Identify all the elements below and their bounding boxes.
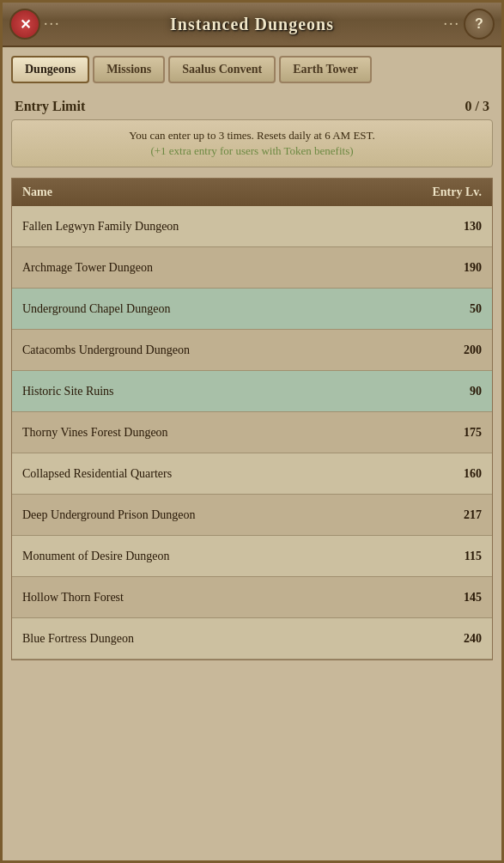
tab-missions[interactable]: Missions xyxy=(93,56,165,83)
close-button[interactable]: ✕ xyxy=(9,9,40,40)
table-row[interactable]: Thorny Vines Forest Dungeon175 xyxy=(12,412,492,453)
dungeon-name: Monument of Desire Dungeon xyxy=(22,550,451,563)
dungeon-level: 175 xyxy=(451,426,482,440)
table-row[interactable]: Collapsed Residential Quarters160 xyxy=(12,453,492,495)
dungeon-name: Deep Underground Prison Dungeon xyxy=(22,508,451,522)
dungeon-level: 160 xyxy=(451,467,482,481)
table-row[interactable]: Archmage Tower Dungeon190 xyxy=(12,247,492,289)
dungeon-level: 217 xyxy=(451,508,482,522)
content-area: Dungeons Missions Saalus Convent Earth T… xyxy=(3,47,501,669)
entry-limit-label: Entry Limit xyxy=(15,99,85,114)
dungeon-level: 145 xyxy=(451,591,482,605)
right-dots: ··· xyxy=(444,15,461,33)
info-box: You can enter up to 3 times. Resets dail… xyxy=(11,119,493,167)
table-row[interactable]: Underground Chapel Dungeon50 xyxy=(12,289,492,330)
dungeon-level: 90 xyxy=(451,385,482,398)
dungeon-rows-container: Fallen Legwyn Family Dungeon130Archmage … xyxy=(12,206,492,659)
title-left-controls: ✕ ··· xyxy=(9,9,61,40)
title-right-controls: ··· ? xyxy=(444,9,495,40)
dungeon-name: Underground Chapel Dungeon xyxy=(22,302,451,316)
entry-limit-row: Entry Limit 0 / 3 xyxy=(11,94,493,119)
tab-earth-tower[interactable]: Earth Tower xyxy=(279,56,372,83)
dungeon-table: Name Entry Lv. Fallen Legwyn Family Dung… xyxy=(11,178,493,660)
table-row[interactable]: Fallen Legwyn Family Dungeon130 xyxy=(12,206,492,247)
tab-dungeons[interactable]: Dungeons xyxy=(11,56,89,83)
dungeon-level: 50 xyxy=(451,302,482,316)
table-row[interactable]: Monument of Desire Dungeon115 xyxy=(12,536,492,577)
instanced-dungeons-window: ✕ ··· Instanced Dungeons ··· ? Dungeons … xyxy=(0,0,504,863)
table-row[interactable]: Hollow Thorn Forest145 xyxy=(12,577,492,618)
table-header: Name Entry Lv. xyxy=(12,179,492,206)
dungeon-name: Catacombs Underground Dungeon xyxy=(22,343,451,357)
table-row[interactable]: Catacombs Underground Dungeon200 xyxy=(12,330,492,371)
dungeon-level: 240 xyxy=(451,632,482,646)
dungeon-level: 130 xyxy=(451,220,482,234)
tab-saalus-convent[interactable]: Saalus Convent xyxy=(168,56,276,83)
table-row[interactable]: Historic Site Ruins90 xyxy=(12,371,492,412)
dungeon-name: Hollow Thorn Forest xyxy=(22,591,451,605)
col-name-header: Name xyxy=(22,185,52,199)
title-bar: ✕ ··· Instanced Dungeons ··· ? xyxy=(3,3,501,47)
help-button[interactable]: ? xyxy=(464,9,495,40)
left-dots: ··· xyxy=(44,15,61,33)
dungeon-level: 200 xyxy=(451,343,482,357)
table-row[interactable]: Blue Fortress Dungeon240 xyxy=(12,618,492,659)
dungeon-name: Blue Fortress Dungeon xyxy=(22,632,451,646)
dungeon-level: 115 xyxy=(451,550,482,563)
window-title: Instanced Dungeons xyxy=(170,15,334,34)
col-level-header: Entry Lv. xyxy=(432,185,482,199)
dungeon-name: Fallen Legwyn Family Dungeon xyxy=(22,220,451,234)
dungeon-name: Thorny Vines Forest Dungeon xyxy=(22,426,451,440)
info-bonus-text: (+1 extra entry for users with Token ben… xyxy=(24,144,480,158)
tab-bar: Dungeons Missions Saalus Convent Earth T… xyxy=(11,56,493,83)
dungeon-level: 190 xyxy=(451,261,482,275)
entry-limit-value: 0 / 3 xyxy=(465,99,489,114)
table-row[interactable]: Deep Underground Prison Dungeon217 xyxy=(12,495,492,536)
info-main-text: You can enter up to 3 times. Resets dail… xyxy=(24,129,480,143)
dungeon-name: Historic Site Ruins xyxy=(22,385,451,398)
dungeon-name: Collapsed Residential Quarters xyxy=(22,467,451,481)
dungeon-name: Archmage Tower Dungeon xyxy=(22,261,451,275)
